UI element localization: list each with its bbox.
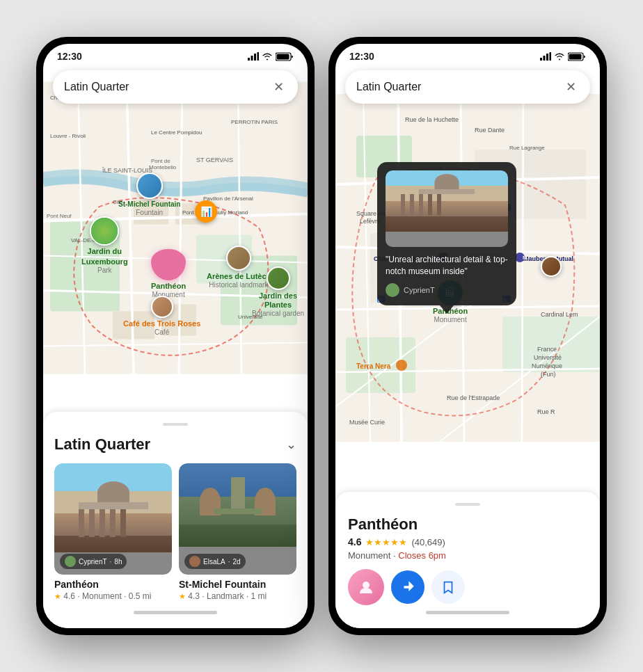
rating-2: 4.3 (188, 591, 200, 601)
type-1: Monument (82, 591, 122, 601)
directions-button[interactable] (391, 570, 424, 604)
svg-text:Louvre - Rivoli: Louvre - Rivoli (50, 133, 86, 139)
svg-text:Rue R: Rue R (537, 408, 555, 415)
rating-count: (40,649) (411, 537, 445, 547)
svg-rect-38 (540, 58, 542, 61)
place-card-fountain[interactable]: ElsaLA · 2d St-Michel Fountain ★ 4.3 (179, 463, 296, 601)
chevron-icon-1[interactable]: ⌄ (286, 437, 296, 452)
cards-row-1: CyprienT · 8h Panthéon ★ 4.6 (54, 463, 296, 601)
pin-pantheon[interactable]: Panthéon Monument (151, 249, 186, 298)
map-area-1: ÎLE SAINT-LOUIS Pont de Montebello VAL-D… (43, 44, 308, 412)
search-input-2: Latin Quarter (356, 81, 421, 93)
battery-icon (276, 52, 294, 61)
save-button[interactable] (431, 570, 465, 604)
signal-icon-2 (540, 52, 551, 61)
search-bar-1[interactable]: Latin Quarter ✕ (53, 70, 298, 104)
card-user-2: ElsaLA (203, 558, 225, 566)
svg-rect-40 (546, 54, 548, 61)
place-name-2: St-Michel Fountain (179, 579, 296, 590)
detail-user-row: CyprienT (386, 283, 508, 297)
detail-type: Monument (348, 550, 390, 561)
status-time-2: 12:30 (349, 51, 374, 62)
phones-container: 12:30 (36, 37, 607, 635)
stars-display: ★★★★★ (365, 537, 407, 547)
svg-text:Numérique: Numérique (532, 362, 562, 369)
rating-row: 4.6 ★★★★★ (40,649) (348, 536, 587, 547)
detail-card[interactable]: "Unreal architectural detail & top-notch… (377, 162, 516, 305)
close-button-2[interactable]: ✕ (562, 79, 579, 95)
person-icon (358, 579, 374, 595)
wifi-icon-2 (554, 52, 565, 61)
svg-text:Musée Curie: Musée Curie (349, 419, 385, 426)
pink-avatar-circle (348, 569, 384, 605)
svg-text:Rue de la Huchette: Rue de la Huchette (405, 116, 459, 123)
type-2: Landmark (207, 591, 244, 601)
svg-text:Montebello: Montebello (149, 164, 177, 170)
status-time-1: 12:30 (57, 51, 82, 62)
svg-text:M: M (523, 255, 527, 261)
detail-user-avatar (386, 283, 399, 297)
place-name-1: Panthéon (54, 579, 172, 590)
status-icons-1 (248, 52, 294, 61)
svg-text:Pont Neuf: Pont Neuf (47, 213, 72, 219)
svg-rect-41 (550, 52, 552, 61)
panel-title-row: Latin Quarter ⌄ (54, 435, 296, 454)
pin-stmichel[interactable]: St-Michel Fountain Fountain (118, 173, 180, 216)
pin-jardinplantes[interactable]: Jardin des Plantes Botanical garden (248, 266, 308, 317)
home-bar-2 (426, 611, 509, 614)
detail-card-tail (440, 305, 454, 314)
panel-title-1: Latin Quarter (54, 435, 150, 454)
svg-rect-2 (254, 54, 256, 61)
place-info-2: St-Michel Fountain ★ 4.3 · Landmark · 1 … (179, 575, 296, 601)
home-bar-1 (134, 611, 217, 614)
directions-icon (400, 579, 415, 595)
svg-text:Université: Université (534, 354, 562, 361)
detail-quote: "Unreal architectural detail & top-notch… (386, 254, 508, 278)
star-icon-2: ★ (179, 592, 186, 600)
svg-rect-39 (543, 56, 546, 61)
pin-cardinal[interactable] (541, 256, 562, 277)
dot-2: · (124, 591, 129, 601)
card-user-1: CyprienT (79, 558, 107, 566)
svg-rect-1 (251, 56, 253, 61)
battery-icon-2 (568, 52, 586, 61)
closes-text: Closes 6pm (398, 550, 446, 561)
search-input-1: Latin Quarter (64, 81, 129, 93)
svg-rect-3 (257, 52, 260, 61)
distance-1: 0.5 mi (129, 591, 152, 601)
detail-user-name: CyprienT (404, 286, 435, 294)
rating-number: 4.6 (348, 536, 361, 547)
place-meta-2: ★ 4.3 · Landmark · 1 mi (179, 591, 296, 601)
card-user-badge-1: CyprienT · 8h (60, 554, 127, 569)
place-card-2[interactable]: ElsaLA · 2d (179, 463, 296, 575)
rating-1: 4.6 (63, 591, 75, 601)
bookmark-icon (440, 579, 456, 595)
svg-text:Pont de: Pont de (151, 158, 170, 164)
status-bar-1: 12:30 (43, 44, 308, 66)
svg-text:Rue de l'Estrapade: Rue de l'Estrapade (447, 394, 500, 401)
svg-rect-5 (277, 54, 289, 59)
detail-card-image (386, 170, 508, 247)
pin-stats[interactable]: 📊 (195, 200, 217, 223)
svg-text:Terra Nera: Terra Nera (356, 362, 391, 370)
phone-1: 12:30 (36, 37, 315, 635)
pin-cafe[interactable]: Café des Trois Roses Café (123, 296, 200, 336)
close-button-1[interactable]: ✕ (270, 79, 287, 95)
place-card-pantheon[interactable]: CyprienT · 8h Panthéon ★ 4.6 (54, 463, 172, 601)
pin-luxembourg[interactable]: Jardin du Luxembourg Park (81, 216, 128, 274)
detail-place-name: Panthéon (348, 515, 587, 534)
bottom-panel-1: Latin Quarter ⌄ (43, 412, 308, 628)
signal-icon (248, 52, 259, 61)
distance-2: 1 mi (251, 591, 267, 601)
svg-text:Le Centre Pompidou: Le Centre Pompidou (151, 129, 202, 136)
card-user-badge-2: ElsaLA · 2d (184, 554, 246, 569)
place-info-1: Panthéon ★ 4.6 · Monument · 0.5 mi (54, 575, 172, 601)
svg-text:Cardinal Lem: Cardinal Lem (541, 311, 578, 318)
search-bar-2[interactable]: Latin Quarter ✕ (345, 70, 590, 104)
status-icons-2 (540, 52, 586, 61)
svg-rect-0 (248, 58, 250, 61)
svg-rect-43 (569, 54, 582, 59)
place-card-1[interactable]: CyprienT · 8h (54, 463, 172, 575)
svg-text:Rue Lagrange: Rue Lagrange (509, 145, 545, 151)
place-meta-1: ★ 4.6 · Monument · 0.5 mi (54, 591, 172, 601)
